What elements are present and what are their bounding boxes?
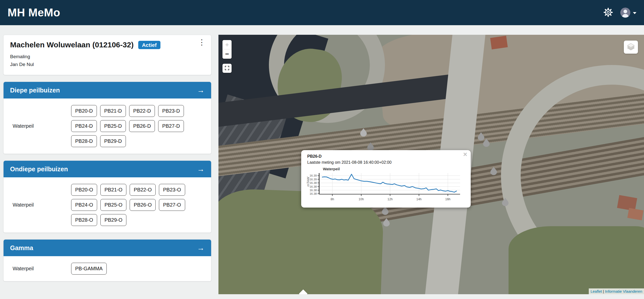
svg-text:8h: 8h [331, 197, 334, 201]
pb-button[interactable]: PB24-D [71, 120, 97, 132]
arrow-right-icon[interactable]: → [197, 165, 205, 173]
app-title: MH MeMo [8, 6, 60, 19]
svg-text:16.38: 16.38 [310, 189, 317, 192]
site-type-label: Bemaling [10, 53, 205, 60]
arrow-right-icon[interactable]: → [197, 86, 205, 94]
zoom-out-button[interactable]: − [222, 49, 232, 59]
section-title: Ondiepe peilbuizen [10, 165, 68, 173]
layers-stack-icon [627, 43, 635, 51]
pb-button[interactable]: PB20-D [71, 105, 97, 117]
row-label-waterpeil: Waterpeil [13, 202, 71, 208]
map-attribution: Leaflet | Informatie Vlaanderen [589, 288, 644, 294]
settings-button[interactable] [604, 8, 613, 18]
section-ondiepe-peilbuizen: Ondiepe peilbuizen → Waterpeil PB20-OPB2… [3, 160, 211, 233]
droplet-marker-icon[interactable] [360, 128, 367, 137]
gear-icon [604, 8, 613, 18]
svg-text:14h: 14h [416, 197, 422, 201]
section-header: Ondiepe peilbuizen → [4, 161, 211, 177]
user-avatar-icon [620, 8, 630, 18]
chevron-down-icon [633, 12, 636, 14]
pb-button[interactable]: PB28-O [71, 214, 97, 226]
pb-button[interactable]: PB27-O [159, 199, 185, 211]
chart-y-axis-label: mTAW [306, 177, 310, 187]
pb-button[interactable]: PB29-O [100, 214, 126, 226]
droplet-marker-icon[interactable] [502, 197, 509, 206]
svg-text:16.38: 16.38 [310, 192, 317, 195]
droplet-marker-icon[interactable] [490, 167, 497, 175]
svg-text:12h: 12h [387, 197, 393, 201]
pb-button[interactable]: PB25-D [100, 120, 126, 132]
map-popup: × PB26-D Laatste meting om 2021-08-08 16… [301, 150, 471, 208]
site-client-label: Jan De Nul [10, 60, 205, 68]
svg-text:16h: 16h [445, 197, 451, 201]
droplet-marker-icon[interactable] [483, 138, 490, 147]
section-gamma: Gamma → Waterpeil PB-GAMMA [3, 239, 211, 281]
zoom-in-button[interactable]: + [222, 40, 232, 49]
layers-button[interactable] [624, 41, 638, 54]
pb-button[interactable]: PB23-O [159, 184, 185, 196]
svg-text:16.38: 16.38 [310, 185, 317, 188]
popup-last-measurement: Laatste meting om 2021-08-08 16:40:00+02… [307, 160, 465, 165]
popup-title: PB26-D [307, 154, 465, 159]
section-header: Diepe peilbuizen → [4, 82, 211, 98]
map-red-roof [490, 36, 508, 49]
zoom-control: + − [222, 40, 232, 59]
pb-button[interactable]: PB28-D [71, 135, 97, 147]
row-label-waterpeil: Waterpeil [13, 123, 71, 129]
section-diepe-peilbuizen: Diepe peilbuizen → Waterpeil PB20-DPB21-… [3, 82, 211, 154]
fullscreen-expand-icon [224, 65, 230, 72]
app-header: MH MeMo [0, 0, 644, 25]
leaflet-link[interactable]: Leaflet [591, 289, 602, 293]
kebab-menu-icon[interactable]: ⋮ [198, 39, 206, 46]
page-title: Machelen Woluwelaan (012106-32) [10, 41, 134, 49]
map[interactable]: + − × PB26-D Laatste [218, 35, 644, 294]
waterpeil-chart: Waterpeil mTAW 16.3916.3916.3816.3816.38… [307, 167, 465, 202]
pb-button-grid: PB20-DPB21-DPB22-DPB23-DPB24-DPB25-DPB26… [71, 105, 190, 147]
close-icon[interactable]: × [463, 151, 467, 158]
section-title: Gamma [10, 244, 33, 252]
chart-title: Waterpeil [323, 167, 465, 171]
pb-button[interactable]: PB20-O [71, 184, 97, 196]
droplet-marker-icon[interactable] [367, 142, 374, 151]
map-grass-field [509, 226, 644, 294]
svg-text:16.38: 16.38 [310, 181, 317, 184]
site-panel: Machelen Woluwelaan (012106-32) Actief ⋮… [3, 35, 211, 288]
pb-button[interactable]: PB29-D [100, 135, 126, 147]
pb-button[interactable]: PB23-D [158, 105, 184, 117]
pb-button[interactable]: PB25-O [100, 199, 126, 211]
droplet-marker-icon[interactable] [383, 218, 390, 226]
pb-button[interactable]: PB26-O [130, 199, 156, 211]
pb-button-grid: PB20-OPB21-OPB22-OPB23-OPB24-OPB25-OPB26… [71, 184, 190, 226]
account-menu[interactable] [620, 8, 636, 18]
pb-button[interactable]: PB21-O [100, 184, 126, 196]
droplet-marker-icon[interactable] [382, 206, 388, 215]
arrow-right-icon[interactable]: → [197, 244, 205, 252]
row-label-waterpeil: Waterpeil [13, 266, 71, 272]
attribution-separator: | [602, 289, 605, 293]
pb-button[interactable]: PB22-D [129, 105, 155, 117]
pb-button-grid: PB-GAMMA [71, 263, 190, 275]
pb-button[interactable]: PB22-O [130, 184, 156, 196]
section-header: Gamma → [4, 240, 211, 256]
pb-button[interactable]: PB21-D [100, 105, 126, 117]
pb-button[interactable]: PB-GAMMA [71, 263, 107, 275]
section-title: Diepe peilbuizen [10, 87, 60, 94]
svg-text:16.39: 16.39 [310, 178, 317, 181]
informatie-vlaanderen-link[interactable]: Informatie Vlaanderen [605, 289, 642, 293]
pb-button[interactable]: PB27-D [158, 120, 184, 132]
svg-text:10h: 10h [359, 197, 364, 201]
fullscreen-button[interactable] [222, 64, 232, 73]
svg-text:16.39: 16.39 [310, 174, 317, 177]
site-info-card: Machelen Woluwelaan (012106-32) Actief ⋮… [3, 35, 211, 75]
status-badge: Actief [138, 41, 160, 49]
pb-button[interactable]: PB24-O [71, 199, 97, 211]
pb-button[interactable]: PB26-D [129, 120, 155, 132]
